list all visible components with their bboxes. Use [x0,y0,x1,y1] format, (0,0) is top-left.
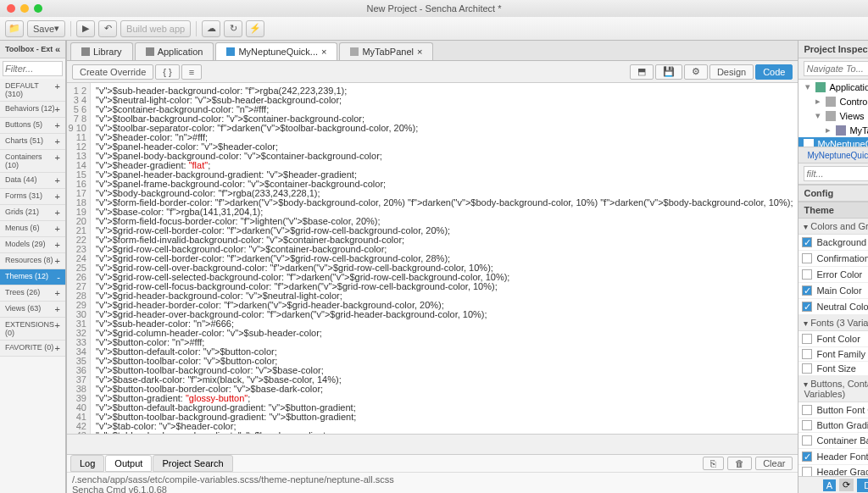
toolbox-filter[interactable] [3,61,63,76]
extensions-header[interactable]: EXTENSIONS (0)+ [0,318,65,341]
code-button[interactable]: Code [755,64,793,80]
open-icon[interactable]: 📁 [5,20,24,37]
navigate-input[interactable] [804,61,868,76]
category-item[interactable]: Trees (26)+ [0,285,65,302]
config-breadcrumb: MyNeptuneQuickTheme Quick Theme ≡× [798,147,868,163]
checkbox[interactable] [802,405,812,415]
category-item[interactable]: Themes (12)- [0,269,65,285]
expand-icon[interactable]: ≡ [181,64,202,80]
tab-library[interactable]: Library [70,42,133,60]
category-item[interactable]: Containers (10)+ [0,150,65,173]
property-row[interactable]: Button Gradient"glossy-button" [798,418,868,433]
close-window[interactable] [7,4,15,13]
maximize-window[interactable] [34,4,42,13]
braces-button[interactable]: { } [155,64,179,80]
property-row[interactable]: Button Font Color#fff [798,402,868,418]
trash-icon[interactable]: 🗑 [727,457,752,470]
project-inspector: Project Inspector +» ▾Application ▸Contr… [798,41,868,493]
checkbox[interactable] [802,435,812,446]
copy-icon[interactable]: ⎘ [703,457,724,470]
property-row[interactable]: Font Color#000 [798,331,868,347]
property-row[interactable]: ✓Neutral Colorrgba(247,234,234,1) [798,299,868,315]
tree-application[interactable]: ▾Application [798,80,868,94]
category-item[interactable]: Grids (21)+ [0,205,65,221]
view-toolbar: Create Override { } ≡ ⬒ 💾 ⚙ Design Code [67,61,798,83]
property-row[interactable]: Header Gradient"flat" [798,465,868,476]
category-item[interactable]: Resources (8)+ [0,253,65,269]
category-item[interactable]: Models (29)+ [0,237,65,253]
category-item[interactable]: Behaviors (12)+ [0,102,65,118]
output-content: /.sencha/app/sass/etc/compile-variables.… [67,473,798,493]
editor-statusbar [67,434,798,454]
collapse-icon[interactable]: « [55,44,60,54]
inspector-status: A ⟳ Done. Compile successful. [798,476,868,493]
favorite-header[interactable]: FAVORITE (0)+ [0,341,65,357]
center-tabs: Library Application MyNeptuneQuick...× M… [67,41,798,61]
group-colors[interactable]: ▾ Colors and Gradients (5 Variables) [798,219,868,235]
property-row[interactable]: Font Familyhelvetica, arial, verdana, sa… [798,347,868,362]
preview-icon[interactable]: ▶ [76,20,95,37]
code-editor[interactable]: 1 2 3 4 5 6 7 8 9 10 11 12 13 14 15 16 1… [67,83,798,434]
checkbox[interactable] [802,349,812,359]
tree-theme-selected[interactable]: MyNeptuneQuickTheme [798,137,868,147]
property-row[interactable]: ✓Background Colorrgba(233,243,228,1) [798,235,868,251]
toolbox-panel: Toolbox - Ext JS 6.0.x « DEFAULT (310)+B… [0,41,66,493]
titlebar: New Project - Sencha Architect * [0,0,868,17]
clear-button[interactable]: Clear [755,457,793,470]
layout-icon[interactable]: ⬒ [630,64,654,80]
category-item[interactable]: Views (63)+ [0,302,65,318]
tab-mytabpanel[interactable]: MyTabPanel× [339,42,433,60]
minimize-window[interactable] [20,4,29,13]
tab-project-search[interactable]: Project Search [153,455,232,472]
save-icon[interactable]: 💾 [655,64,682,80]
checkbox[interactable] [802,363,812,374]
checkbox[interactable] [802,420,812,430]
property-row[interactable]: Font Size13px [798,362,868,376]
checkbox[interactable] [802,467,812,476]
checkbox[interactable]: ✓ [802,285,812,296]
create-override-button[interactable]: Create Override [72,64,153,80]
checkbox[interactable] [802,269,812,280]
bolt-icon[interactable]: ⚡ [246,20,264,37]
tree-views[interactable]: ▾Views [798,108,868,123]
main-toolbar: 📁 Save ▾ ▶ ↶ Build web app ☁ ↻ ⚡ [0,17,868,41]
category-item[interactable]: Forms (31)+ [0,189,65,205]
tab-application[interactable]: Application [135,42,214,60]
property-row[interactable]: Error Color#cf4c35 [798,267,868,283]
build-button[interactable]: Build web app [120,20,191,37]
category-item[interactable]: DEFAULT (310)+ [0,79,65,102]
group-buttons[interactable]: ▾ Buttons, Containers and Headers (7 Var… [798,376,868,402]
undo-icon[interactable]: ↶ [98,20,117,37]
window-title: New Project - Sencha Architect * [367,3,502,14]
save-button[interactable]: Save ▾ [27,20,65,37]
property-row[interactable]: ✓Header Font Colorrgba(248,246,246,1) [798,449,868,465]
close-icon[interactable]: × [321,47,326,57]
tab-log[interactable]: Log [70,455,104,472]
checkbox[interactable] [802,334,812,344]
category-item[interactable]: Buttons (5)+ [0,118,65,134]
tree-mytabpanel[interactable]: ▸MyTabPanel [798,123,868,137]
gear-icon[interactable]: ⚙ [684,64,708,80]
toolbox-header: Toolbox - Ext JS 6.0.x « [0,41,65,58]
property-row[interactable]: Container Background Color#fff [798,433,868,449]
close-icon[interactable]: × [417,47,422,57]
category-item[interactable]: Charts (51)+ [0,134,65,150]
design-button[interactable]: Design [709,64,754,80]
checkbox[interactable] [802,253,812,263]
group-fonts[interactable]: ▾ Fonts (3 Variables) [798,315,868,331]
category-item[interactable]: Menus (6)+ [0,221,65,237]
property-row[interactable]: ✓Main Colorrgba(141,31,204,1) [798,283,868,299]
refresh-icon[interactable]: ↻ [224,20,242,37]
tab-theme[interactable]: MyNeptuneQuick...× [215,42,337,60]
config-filter[interactable] [804,166,868,181]
checkbox[interactable]: ✓ [802,302,812,312]
tree-controllers[interactable]: ▸Controllers [798,94,868,108]
property-row[interactable]: Confirmation Color#73b51e [798,251,868,267]
category-item[interactable]: Data (44)+ [0,173,65,189]
checkbox[interactable]: ✓ [802,451,812,462]
cloud-icon[interactable]: ☁ [202,20,220,37]
tab-output[interactable]: Output [105,455,152,472]
checkbox[interactable]: ✓ [802,237,812,247]
